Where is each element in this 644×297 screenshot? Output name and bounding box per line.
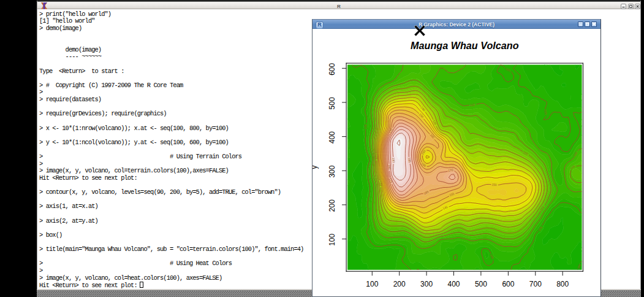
svg-text:105: 105 bbox=[363, 124, 368, 129]
svg-text:150: 150 bbox=[491, 182, 497, 187]
svg-text:110: 110 bbox=[469, 102, 475, 107]
svg-text:600: 600 bbox=[502, 280, 514, 288]
svg-text:190: 190 bbox=[392, 158, 396, 163]
svg-text:700: 700 bbox=[529, 280, 542, 288]
svg-text:400: 400 bbox=[328, 131, 336, 144]
svg-text:400: 400 bbox=[447, 280, 460, 288]
svg-text:180: 180 bbox=[387, 164, 391, 170]
svg-text:100: 100 bbox=[328, 233, 336, 245]
svg-text:300: 300 bbox=[420, 280, 433, 288]
svg-text:500: 500 bbox=[328, 97, 336, 109]
svg-text:500: 500 bbox=[475, 280, 487, 288]
svg-text:800: 800 bbox=[556, 280, 569, 288]
svg-text:170: 170 bbox=[448, 168, 453, 172]
svg-text:300: 300 bbox=[328, 165, 336, 177]
svg-text:Maunga Whau Volcano: Maunga Whau Volcano bbox=[411, 40, 519, 51]
svg-text:y: y bbox=[313, 166, 319, 169]
svg-text:105: 105 bbox=[544, 109, 548, 115]
svg-text:100: 100 bbox=[366, 280, 378, 288]
svg-text:200: 200 bbox=[393, 280, 406, 288]
svg-text:125: 125 bbox=[375, 154, 379, 160]
svg-text:200: 200 bbox=[328, 199, 336, 212]
svg-text:600: 600 bbox=[328, 63, 336, 75]
